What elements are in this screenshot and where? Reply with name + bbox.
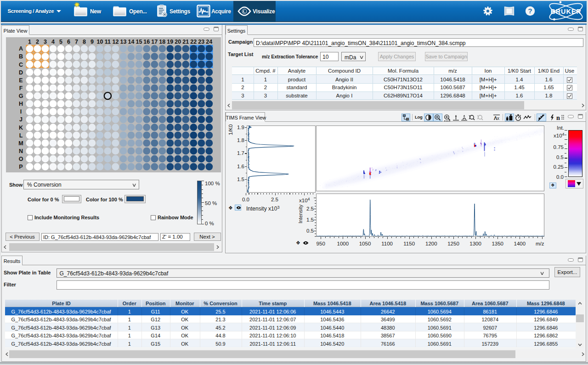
svg-text:7: 7: [75, 39, 78, 45]
svg-text:L: L: [19, 132, 23, 139]
svg-text:12: 12: [112, 39, 119, 45]
svg-text:1: 1: [28, 39, 31, 45]
svg-text:19: 19: [167, 39, 173, 45]
svg-text:A: A: [19, 46, 23, 52]
svg-text:2: 2: [36, 39, 39, 45]
svg-text:E: E: [19, 77, 23, 84]
svg-text:4: 4: [51, 39, 55, 45]
svg-text:15: 15: [136, 39, 142, 45]
svg-text:10: 10: [96, 39, 103, 45]
svg-text:6: 6: [67, 39, 70, 45]
svg-text:3: 3: [44, 39, 47, 45]
svg-text:F: F: [19, 85, 23, 91]
svg-text:22: 22: [190, 39, 197, 45]
svg-text:24: 24: [206, 39, 212, 45]
svg-text:P: P: [19, 164, 23, 170]
svg-text:8: 8: [83, 39, 86, 45]
svg-text:J: J: [19, 116, 23, 123]
svg-text:M: M: [18, 140, 23, 147]
svg-text:14: 14: [128, 39, 134, 45]
svg-text:H: H: [19, 101, 23, 107]
svg-text:x: x: [497, 116, 499, 121]
svg-text:K: K: [19, 125, 23, 131]
svg-text:N: N: [19, 148, 23, 154]
svg-text:I: I: [20, 108, 22, 115]
svg-text:O: O: [19, 156, 23, 162]
svg-text:11: 11: [105, 39, 111, 45]
svg-text:BRUKER: BRUKER: [551, 8, 582, 15]
svg-text:20: 20: [175, 39, 181, 45]
svg-text:17: 17: [151, 39, 158, 45]
svg-text:5: 5: [59, 39, 62, 45]
svg-text:18: 18: [159, 39, 165, 45]
svg-text:B: B: [19, 53, 23, 60]
svg-text:D: D: [19, 69, 23, 76]
svg-text:23: 23: [198, 39, 204, 45]
svg-text:?: ?: [528, 7, 532, 15]
svg-text:n: n: [556, 114, 560, 121]
svg-text:G: G: [19, 93, 23, 99]
svg-text:21: 21: [182, 39, 189, 45]
svg-text:C: C: [19, 62, 23, 68]
svg-text:9: 9: [90, 39, 94, 45]
svg-text:13: 13: [120, 39, 126, 45]
svg-text:16: 16: [143, 39, 150, 45]
